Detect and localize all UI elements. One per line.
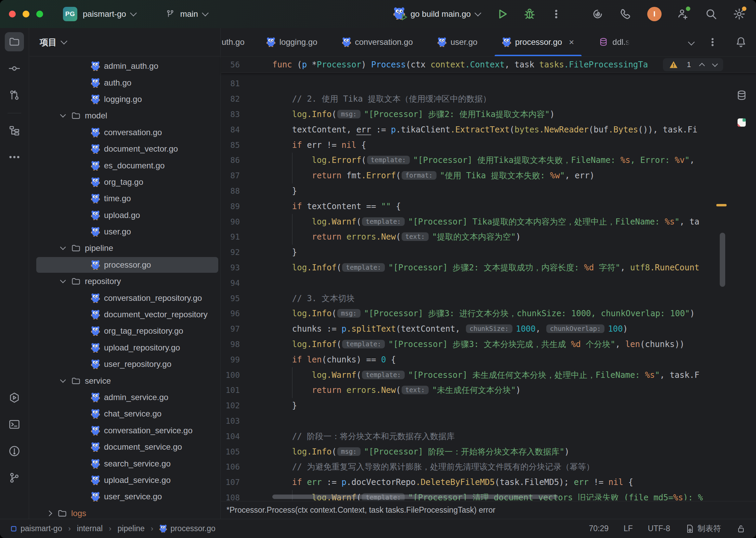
tree-file-user_service.go[interactable]: user_service.go: [29, 488, 220, 505]
project-widget[interactable]: PG paismart-go: [43, 7, 136, 21]
tree-file-conversation.go[interactable]: conversation.go: [29, 124, 220, 141]
tree-file-document_vector.go[interactable]: document_vector.go: [29, 141, 220, 157]
notifications-bell-icon[interactable]: [735, 36, 747, 48]
code-line-98[interactable]: 98 log.Infof(template:"[Processor] 步骤3: …: [221, 337, 727, 352]
search-icon[interactable]: [705, 8, 718, 21]
project-tool-icon[interactable]: [5, 32, 24, 51]
minimize-window-button[interactable]: [23, 11, 29, 17]
previous-problem-icon[interactable]: [699, 63, 705, 69]
database-icon[interactable]: [736, 90, 747, 101]
breadcrumb-item[interactable]: pipeline: [118, 524, 145, 533]
code-line-96[interactable]: 96 log.Info(msg:"[Processor] 步骤3: 进行文本分块…: [221, 306, 727, 321]
tree-file-upload_service.go[interactable]: upload_service.go: [29, 472, 220, 488]
tab-conversation.go[interactable]: conversation.go: [330, 28, 425, 56]
branch-widget[interactable]: main: [165, 9, 208, 19]
code-line-104[interactable]: 104 // 阶段一：将分块文本和元数据存入数据库: [221, 428, 727, 444]
code-line-94[interactable]: 94: [221, 275, 727, 291]
code-line-103[interactable]: 103: [221, 413, 727, 429]
tab-user.go[interactable]: user.go: [425, 28, 490, 56]
vertical-scrollbar[interactable]: [720, 233, 725, 287]
indent-style[interactable]: 制表符: [685, 523, 721, 534]
code-with-me-icon[interactable]: [677, 8, 690, 21]
code-line-101[interactable]: 101 return errors.New(text:"未生成任何文本分块"): [221, 383, 727, 398]
code-line-106[interactable]: 106 // 为避免重复写入导致的累计膨胀，处理前先清理该文件既有的分块记录（幂…: [221, 459, 727, 475]
chevron-right-icon[interactable]: [47, 510, 52, 516]
code-line-87[interactable]: 87 return fmt.Errorf(format:"使用 Tika 提取文…: [221, 168, 727, 183]
inspection-widget[interactable]: 1: [663, 58, 723, 71]
tree-file-org_tag.go[interactable]: org_tag.go: [29, 174, 220, 190]
tree-file-conversation_repository.go[interactable]: conversation_repository.go: [29, 290, 220, 306]
code-line-105[interactable]: 105 log.Info(msg:"[Processor] 阶段一：开始将分块文…: [221, 444, 727, 459]
tree-file-admin_auth.go[interactable]: admin_auth.go: [29, 58, 220, 74]
tree-file-logging.go[interactable]: logging.go: [29, 91, 220, 107]
code-line-92[interactable]: 92 }: [221, 245, 727, 260]
chevron-down-icon[interactable]: [60, 278, 66, 283]
tree-file-document_vector_repository[interactable]: document_vector_repository: [29, 306, 220, 323]
code-line-81[interactable]: 81: [221, 76, 727, 91]
hidden-tabs-dropdown-icon[interactable]: [688, 39, 695, 46]
tab-logging.go[interactable]: logging.go: [254, 28, 330, 56]
chevron-down-icon[interactable]: [60, 377, 66, 383]
tree-file-conversation_service.go[interactable]: conversation_service.go: [29, 422, 220, 439]
tab-processor.go[interactable]: processor.go×: [490, 28, 587, 56]
sticky-header-line[interactable]: 56 func (p *Processor) Process(ctx conte…: [221, 56, 756, 73]
code-line-102[interactable]: 102 }: [221, 398, 727, 413]
cursor-position[interactable]: 70:29: [589, 524, 609, 533]
run-configuration[interactable]: go build main.go: [393, 7, 562, 21]
tree-folder-model[interactable]: model: [29, 107, 220, 124]
breadcrumb-item[interactable]: paismart-go: [10, 524, 62, 533]
project-panel-header[interactable]: 项目: [29, 28, 220, 56]
tree-file-upload.go[interactable]: upload.go: [29, 207, 220, 223]
run-button[interactable]: [497, 8, 508, 20]
code-line-83[interactable]: 83 log.Info(msg:"[Processor] 步骤2: 使用Tika…: [221, 107, 727, 122]
code-line-93[interactable]: 93 log.Infof(template:"[Processor] 步骤2: …: [221, 260, 727, 276]
horizontal-scrollbar[interactable]: [272, 495, 558, 499]
tree-folder-logs[interactable]: logs: [29, 505, 220, 519]
line-ending[interactable]: LF: [624, 524, 633, 533]
tree-folder-pipeline[interactable]: pipeline: [29, 240, 220, 256]
tab-uth.go[interactable]: uth.go: [221, 28, 254, 56]
close-tab-icon[interactable]: ×: [569, 37, 574, 48]
avatar[interactable]: I: [647, 7, 662, 21]
code-line-90[interactable]: 90 log.Warnf(template:"[Processor] Tika提…: [221, 214, 727, 229]
pull-requests-tool-icon[interactable]: [5, 86, 24, 105]
breadcrumb-item[interactable]: internal: [77, 524, 103, 533]
code-line-82[interactable]: 82 // 2. 使用 Tika 提取文本（使用缓冲区中的数据）: [221, 91, 727, 107]
code-line-100[interactable]: 100 log.Warnf(template:"[Processor] 未生成任…: [221, 367, 727, 383]
maximize-window-button[interactable]: [36, 11, 43, 17]
close-window-button[interactable]: [9, 11, 16, 17]
tree-file-es_document.go[interactable]: es_document.go: [29, 157, 220, 174]
tree-file-upload_repository.go[interactable]: upload_repository.go: [29, 340, 220, 356]
version-control-tool-icon[interactable]: [5, 468, 24, 487]
code-line-99[interactable]: 99 if len(chunks) == 0 {: [221, 352, 727, 367]
tab-ddl.s[interactable]: ddl.s: [586, 28, 642, 56]
structure-tool-icon[interactable]: [5, 121, 24, 140]
tree-file-org_tag_repository.go[interactable]: org_tag_repository.go: [29, 323, 220, 339]
ai-plugin-icon[interactable]: [736, 117, 747, 128]
file-encoding[interactable]: UTF-8: [648, 524, 670, 533]
tree-file-search_service.go[interactable]: search_service.go: [29, 455, 220, 472]
code-line-91[interactable]: 91 return errors.New(text:"提取的文本内容为空"): [221, 229, 727, 245]
tree-file-auth.go[interactable]: auth.go: [29, 74, 220, 91]
services-tool-icon[interactable]: [5, 388, 24, 407]
chevron-down-icon[interactable]: [60, 244, 66, 250]
problems-tool-icon[interactable]: [5, 441, 24, 461]
code-line-89[interactable]: 89 if textContent == "" {: [221, 198, 727, 214]
more-tool-icon[interactable]: [5, 148, 24, 167]
tree-file-processor.go[interactable]: processor.go: [29, 257, 220, 273]
settings-icon[interactable]: [733, 8, 746, 21]
tree-folder-service[interactable]: service: [29, 372, 220, 389]
code-editor[interactable]: 81 82 // 2. 使用 Tika 提取文本（使用缓冲区中的数据）83 lo…: [221, 73, 727, 500]
user-avatar[interactable]: I: [647, 7, 662, 21]
tree-file-user_repository.go[interactable]: user_repository.go: [29, 356, 220, 372]
tree-file-time.go[interactable]: time.go: [29, 190, 220, 207]
tree-file-admin_service.go[interactable]: admin_service.go: [29, 389, 220, 406]
more-actions-button[interactable]: [551, 9, 562, 20]
chevron-down-icon[interactable]: [60, 112, 66, 118]
commit-tool-icon[interactable]: [5, 59, 24, 78]
tree-folder-repository[interactable]: repository: [29, 273, 220, 290]
debug-button[interactable]: [523, 8, 536, 20]
code-line-88[interactable]: 88 }: [221, 183, 727, 199]
code-line-85[interactable]: 85 if err != nil {: [221, 137, 727, 153]
terminal-tool-icon[interactable]: [5, 415, 24, 434]
